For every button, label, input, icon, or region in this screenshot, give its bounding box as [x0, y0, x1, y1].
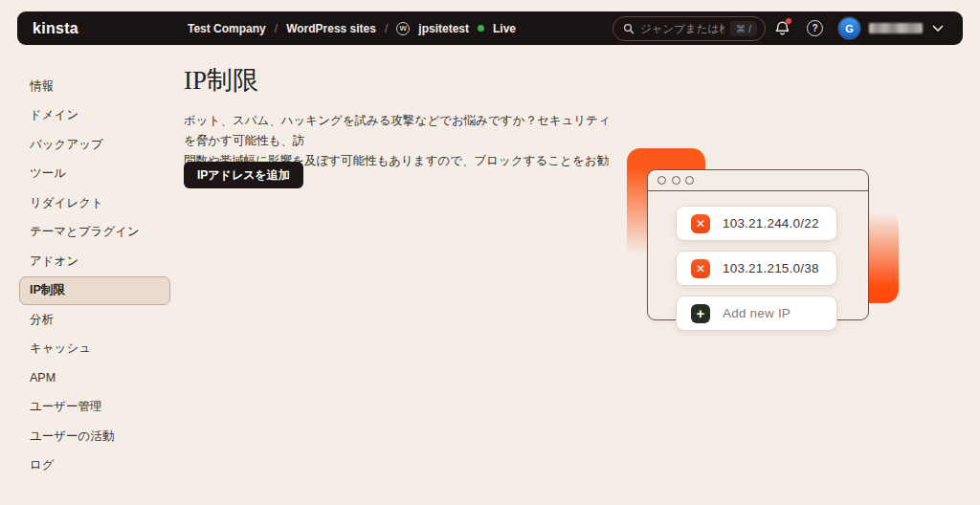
add-plus-icon: +: [691, 304, 710, 323]
sidebar-item-user-management[interactable]: ユーザー管理: [19, 393, 170, 423]
notification-dot: [786, 18, 792, 25]
breadcrumb-section[interactable]: WordPress sites: [286, 22, 376, 35]
kinsta-logo[interactable]: kinsta: [33, 11, 78, 45]
sidebar-item-logs[interactable]: ログ: [19, 451, 170, 481]
page-title: IP制限: [184, 63, 258, 98]
sidebar-item-tools[interactable]: ツール: [19, 160, 170, 189]
breadcrumb-separator: /: [275, 22, 278, 35]
page-description-line1: ボット、スパム、ハッキングを試みる攻撃などでお悩みですか？セキュリティを脅かす可…: [184, 111, 614, 151]
remove-x-icon: ✕: [691, 214, 710, 233]
remove-x-icon: ✕: [691, 259, 710, 278]
breadcrumb-company[interactable]: Test Company: [188, 22, 266, 35]
illustration-window-titlebar: [648, 170, 868, 191]
illustration-ip-entry: ✕ 103.21.244.0/22: [676, 206, 837, 241]
search-shortcut-hint: ⌘ /: [730, 21, 757, 36]
breadcrumb-site[interactable]: jpsitetest: [418, 22, 469, 35]
search-input[interactable]: [640, 23, 724, 34]
notifications-button[interactable]: [774, 20, 791, 37]
window-dot-icon: [672, 176, 680, 185]
wordpress-icon: W: [396, 22, 410, 35]
breadcrumb: Test Company / WordPress sites / W jpsit…: [188, 11, 516, 45]
sidebar-item-ip-deny[interactable]: IP制限: [19, 276, 170, 306]
breadcrumb-separator: /: [385, 22, 388, 35]
sidebar-item-addons[interactable]: アドオン: [19, 247, 170, 276]
window-dot-icon: [657, 176, 666, 185]
search-box[interactable]: ⌘ /: [612, 16, 766, 41]
live-status-dot: [478, 25, 484, 32]
sidebar-item-apm[interactable]: APM: [19, 363, 170, 393]
ip-address-text: 103.21.215.0/38: [723, 261, 819, 275]
sidebar-item-cache[interactable]: キャッシュ: [19, 335, 170, 364]
username-redacted: [869, 23, 923, 33]
sidebar-item-user-activity[interactable]: ユーザーの活動: [19, 422, 170, 451]
avatar[interactable]: G: [839, 18, 859, 38]
help-button[interactable]: ?: [807, 20, 823, 36]
sidebar-item-redirects[interactable]: リダイレクト: [19, 188, 170, 218]
sidebar-item-domains[interactable]: ドメイン: [19, 101, 170, 131]
sidebar-item-backups[interactable]: バックアップ: [19, 130, 170, 160]
ip-address-text: 103.21.244.0/22: [723, 216, 819, 231]
top-bar: kinsta Test Company / WordPress sites / …: [17, 11, 963, 45]
window-dot-icon: [685, 176, 694, 185]
user-menu[interactable]: G: [839, 18, 944, 38]
chevron-down-icon[interactable]: [932, 25, 944, 33]
illustration-add-ip-entry: + Add new IP: [676, 296, 837, 331]
sidebar-item-info[interactable]: 情報: [19, 72, 170, 101]
illustration-ip-entry: ✕ 103.21.215.0/38: [676, 251, 837, 286]
add-new-ip-text: Add new IP: [723, 306, 791, 320]
ip-deny-illustration: ✕ 103.21.244.0/22 ✕ 103.21.215.0/38 + Ad…: [622, 142, 909, 338]
site-sidebar: 情報 ドメイン バックアップ ツール リダイレクト テーマとプラグイン アドオン…: [19, 72, 170, 480]
add-ip-address-button[interactable]: IPアドレスを追加: [184, 162, 303, 188]
sidebar-item-analytics[interactable]: 分析: [19, 305, 170, 335]
topbar-actions: ? G: [774, 11, 944, 45]
search-icon: [623, 23, 635, 34]
sidebar-item-themes-plugins[interactable]: テーマとプラグイン: [19, 218, 170, 248]
live-status-label: Live: [493, 22, 516, 35]
